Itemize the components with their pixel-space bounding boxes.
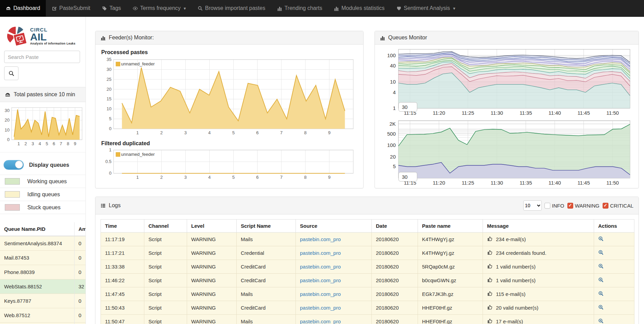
search-icon [198, 6, 203, 11]
log-level: WARNING [187, 301, 237, 315]
nav-label: Dashboard [13, 5, 40, 11]
nav-link-trending-charts[interactable]: Trending charts [271, 0, 328, 16]
nav-link-terms-frequency[interactable]: Terms frequency▾ [127, 0, 192, 16]
log-channel: Script [144, 233, 187, 246]
logs-col-source: Source [296, 220, 372, 233]
source-link[interactable]: pastebin.com_pro [300, 277, 341, 283]
search-button[interactable] [4, 66, 18, 80]
queue-name: SentimentAnalysis.88374 [0, 236, 74, 251]
nav-link-dashboard[interactable]: Dashboard [0, 0, 46, 16]
queues-bottom-range-input[interactable] [398, 172, 417, 182]
filter-critical[interactable]: CRITICAL [603, 203, 633, 209]
source-link[interactable]: pastebin.com_pro [300, 291, 341, 297]
svg-text:1: 1 [136, 175, 139, 180]
dashboard-icon [6, 6, 11, 11]
message-wrap: 1 valid number(s) [487, 263, 590, 270]
total-pastes-header: Total pastes since 10 min [0, 87, 86, 102]
svg-text:7: 7 [60, 141, 62, 146]
filter-warning[interactable]: WARNING [567, 203, 600, 209]
search-icon [9, 71, 14, 76]
log-message: 17 e-mail(s) [483, 315, 594, 324]
nav-link-browse-important-pastes[interactable]: Browse important pastes [192, 0, 271, 16]
source-link[interactable]: pastebin.com_pro [300, 305, 341, 311]
brand-ail: AIL [30, 32, 76, 42]
legend-label: Idling queues [27, 191, 60, 198]
checkbox-info[interactable] [544, 203, 550, 209]
zoom-in-icon[interactable] [598, 263, 604, 269]
nav-label: PasteSubmit [59, 5, 90, 11]
display-queues-toggle[interactable] [3, 160, 24, 170]
log-date: 20180620 [372, 246, 418, 260]
checkbox-warning[interactable] [567, 203, 573, 209]
message-text: 115 e-mail(s) [496, 291, 525, 297]
logs-title: Logs [109, 202, 121, 209]
queue-table-col-amount: Amount [74, 222, 86, 236]
thumbs-up-icon [487, 250, 492, 256]
svg-text:6: 6 [256, 130, 259, 135]
zoom-in-icon[interactable] [598, 236, 604, 241]
queues-top-range-input[interactable] [398, 102, 417, 112]
log-date: 20180620 [372, 260, 418, 274]
page-size-select[interactable]: 10 [523, 200, 542, 211]
logs-col-time: Time [101, 220, 144, 233]
bar-chart-icon [277, 6, 282, 11]
message-text: 20 valid number(s) [496, 305, 538, 311]
svg-text:35: 35 [107, 57, 111, 62]
svg-text:11:50: 11:50 [606, 180, 619, 186]
svg-text:25: 25 [107, 77, 111, 82]
nav-link-tags[interactable]: Tags [96, 0, 127, 16]
nav-item-modules-statistics: Modules statistics [328, 0, 390, 16]
log-message: 234 e-mail(s) [483, 233, 594, 246]
thumbs-up-icon [487, 263, 492, 270]
svg-text:2: 2 [160, 175, 163, 180]
svg-text:0: 0 [7, 137, 10, 142]
source-link[interactable]: pastebin.com_pro [300, 264, 341, 270]
log-row: 11:47:45ScriptWARNINGMailspastebin.com_p… [101, 287, 634, 301]
filter-label: CRITICAL [610, 203, 633, 209]
svg-text:2: 2 [160, 130, 163, 135]
svg-text:100: 100 [387, 52, 396, 58]
zoom-in-icon[interactable] [598, 250, 604, 255]
svg-text:11:20: 11:20 [433, 110, 445, 116]
source-link[interactable]: pastebin.com_pro [300, 319, 341, 324]
nav-link-sentiment-analysis[interactable]: Sentiment Analysis▾ [391, 0, 461, 16]
svg-text:11:45: 11:45 [577, 110, 590, 116]
circl-logo-icon [5, 25, 28, 47]
svg-text:1: 1 [393, 105, 396, 111]
svg-text:1: 1 [109, 147, 111, 152]
tachometer-icon [5, 92, 11, 98]
log-level: WARNING [187, 260, 237, 274]
svg-text:9: 9 [328, 130, 330, 135]
zoom-in-icon[interactable] [598, 304, 604, 310]
logs-table: TimeChannelLevelScript NameSourceDatePas… [101, 219, 634, 324]
svg-text:15: 15 [107, 96, 111, 101]
source-link[interactable]: pastebin.com_pro [300, 236, 341, 242]
svg-text:4: 4 [208, 175, 211, 180]
search-input[interactable] [4, 51, 80, 63]
log-date: 20180620 [372, 315, 418, 324]
svg-text:3: 3 [31, 141, 34, 146]
log-script: CreditCard [237, 274, 296, 287]
log-row: 11:17:21ScriptWARNINGCredentialpastebin.… [101, 246, 634, 260]
filter-info[interactable]: INFO [544, 203, 564, 209]
svg-text:20: 20 [107, 87, 111, 92]
zoom-in-icon[interactable] [598, 277, 604, 283]
legend-stuck-queues: Stuck queues [0, 201, 86, 214]
log-script: Mails [237, 233, 296, 246]
nav-link-pastesubmit[interactable]: PasteSubmit [46, 0, 96, 16]
zoom-in-icon[interactable] [598, 291, 604, 296]
nav-link-modules-statistics[interactable]: Modules statistics [328, 0, 390, 16]
checkbox-critical[interactable] [603, 203, 608, 209]
svg-text:5: 5 [232, 175, 235, 180]
source-link[interactable]: pastebin.com_pro [300, 250, 341, 256]
svg-text:40: 40 [390, 63, 396, 68]
log-date: 20180620 [372, 287, 418, 301]
svg-text:1: 1 [17, 141, 20, 146]
message-wrap: 17 e-mail(s) [487, 318, 590, 324]
logs-col-level: Level [187, 220, 237, 233]
zoom-in-icon[interactable] [598, 318, 604, 324]
log-channel: Script [144, 315, 187, 324]
svg-text:0: 0 [109, 171, 111, 176]
log-paste-name: HHEF0tHf.gz [418, 315, 483, 324]
log-source: pastebin.com_pro [296, 301, 372, 315]
